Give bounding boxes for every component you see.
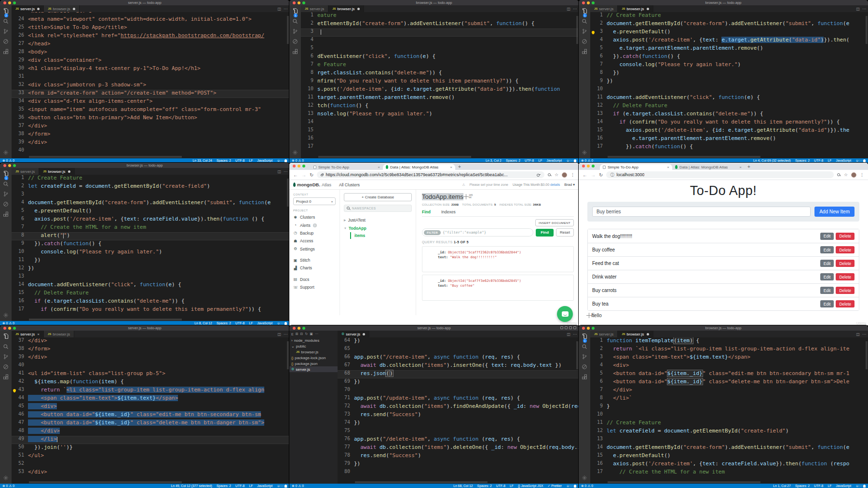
vertical-scrollbar[interactable]	[287, 16, 289, 44]
todo-list-item[interactable]: Buy teaEditDelete	[588, 297, 859, 310]
activity-search-icon[interactable]	[582, 344, 587, 349]
split-editor-icon[interactable]: ◫	[567, 7, 570, 11]
activity-debug-icon[interactable]	[582, 364, 587, 370]
activity-debug-icon[interactable]	[3, 364, 9, 370]
more-actions-icon[interactable]: ⋯	[862, 7, 866, 11]
todo-list-item[interactable]: Feed the catEditDelete	[588, 256, 859, 270]
notifications-bell-icon[interactable]	[285, 485, 287, 488]
sidebar-item-stitch[interactable]: ▣Stitch	[293, 256, 336, 264]
status-segment[interactable]: LF	[249, 321, 253, 325]
activity-source-control-icon[interactable]	[3, 28, 9, 34]
feedback-smiley-icon[interactable]: ☺	[566, 159, 570, 162]
status-segment[interactable]: Spaces: 2	[795, 159, 810, 162]
sidebar-item-alerts[interactable]: ◔Alerts0	[293, 221, 336, 229]
status-segment[interactable]: Ln 4, Col 69 (32 selected)	[753, 159, 791, 162]
bookmark-star-icon[interactable]: ☆	[844, 172, 848, 177]
zoom-window-button[interactable]	[302, 165, 305, 167]
status-segment[interactable]: JavaScript	[546, 159, 562, 162]
find-button[interactable]: Find	[536, 229, 554, 237]
explorer-file-public[interactable]: ⌄public	[289, 343, 338, 349]
code-editor[interactable]: 1function itemTemplate(item) {2 return `…	[590, 337, 868, 484]
explorer-file-package.json[interactable]: {}package.json	[289, 361, 338, 366]
zoom-icon[interactable]	[548, 173, 551, 177]
activity-debug-icon[interactable]	[292, 39, 298, 44]
collection-items[interactable]: items	[350, 232, 412, 239]
profile-avatar[interactable]	[562, 172, 567, 178]
horizontal-scrollbar[interactable]	[608, 156, 760, 158]
project-select[interactable]: Project 0▾	[293, 197, 336, 205]
edit-button[interactable]: Edit	[820, 273, 834, 280]
sidebar-item-charts[interactable]: ▟Charts	[293, 264, 336, 272]
status-segment[interactable]: LF	[510, 484, 514, 488]
feedback-smiley-icon[interactable]: ☺	[855, 484, 859, 488]
close-tab-icon[interactable]: ×	[739, 165, 742, 169]
feedback-smiley-icon[interactable]: ☺	[855, 159, 859, 162]
status-segment[interactable]: Spaces: 2	[217, 321, 231, 325]
status-segment[interactable]: Ln 33, Col 24	[192, 159, 212, 162]
delete-button[interactable]: Delete	[836, 246, 854, 253]
zoom-icon[interactable]	[837, 173, 841, 177]
status-segment[interactable]: JavaScript	[257, 159, 272, 162]
close-tab-icon[interactable]: ×	[667, 165, 669, 169]
feedback-smiley-icon[interactable]: ☺	[277, 159, 280, 162]
reload-icon[interactable]: ↻	[599, 172, 603, 178]
status-segment[interactable]: {} JavaScript JSX	[518, 484, 543, 488]
sidebar-item-clusters[interactable]: ✱Clusters	[293, 213, 336, 221]
filter-input[interactable]: FILTER{"filter":"example"}	[422, 228, 533, 237]
problems-status[interactable]: ⊗ 0 ⚠ 0	[581, 159, 593, 163]
activity-explorer-icon[interactable]: 1	[292, 8, 298, 14]
add-new-item-button[interactable]: Add New Item	[814, 207, 854, 217]
editor-tab-server.js[interactable]: JSserver.js	[301, 5, 328, 12]
split-editor-icon[interactable]: ◫	[277, 332, 281, 336]
more-actions-icon[interactable]: ⋯	[573, 332, 577, 336]
lightbulb-icon[interactable]	[592, 31, 595, 34]
more-actions-icon[interactable]: ⋯	[573, 7, 577, 11]
horizontal-scrollbar[interactable]	[608, 481, 760, 483]
horizontal-scrollbar[interactable]	[29, 319, 182, 321]
close-tab-icon[interactable]: ×	[450, 165, 452, 169]
intercom-chat-button[interactable]	[557, 306, 573, 322]
explorer-file-server.js[interactable]: ⚙server.js	[289, 366, 338, 372]
status-segment[interactable]: UTF-8	[235, 321, 244, 325]
notifications-bell-icon[interactable]	[285, 159, 287, 162]
edit-button[interactable]: Edit	[820, 233, 834, 240]
status-segment[interactable]: Spaces: 2	[795, 484, 810, 488]
code-editor[interactable]: 64})6566app.post("/create-item", async f…	[338, 337, 579, 484]
feedback-smiley-icon[interactable]: ☺	[277, 321, 280, 325]
minimize-window-button[interactable]	[298, 165, 300, 167]
todo-list-item[interactable]: Drink waterEditDelete	[588, 270, 859, 283]
code-editor[interactable]: 23<meta charset="utf-8">24<meta name="vi…	[12, 12, 289, 158]
delete-button[interactable]: Delete	[836, 287, 854, 294]
problems-status[interactable]: ⊗ 0 ⚠ 0	[581, 484, 593, 488]
namespaces-search[interactable]: NAMESPACES	[344, 205, 412, 212]
status-segment[interactable]: LF	[249, 484, 253, 488]
lightbulb-icon[interactable]	[13, 389, 16, 392]
vertical-scrollbar[interactable]	[576, 341, 578, 369]
notifications-bell-icon[interactable]	[574, 159, 576, 162]
status-segment[interactable]: UTF-8	[814, 159, 823, 162]
editor-tab-browser.js[interactable]: JSbrowser.js	[44, 331, 74, 337]
activity-explorer-icon[interactable]: 1	[582, 333, 588, 339]
editor-tab-server.js[interactable]: JSserver.js	[590, 331, 618, 337]
edit-button[interactable]: Edit	[820, 260, 834, 267]
status-segment[interactable]: Ln 1, Col 27	[773, 484, 791, 488]
browser-menu-icon[interactable]: ⋮	[860, 172, 864, 177]
notifications-bell-icon[interactable]	[863, 159, 866, 162]
settings-gear-icon[interactable]	[289, 150, 301, 155]
sidebar-item-docs[interactable]: ▤Docs	[293, 276, 336, 283]
document-card[interactable]: _id: ObjectId("5caf7f2362c07b336bdd2844"…	[422, 246, 574, 272]
code-editor[interactable]: 1// Create Feature2document.getElementBy…	[590, 12, 868, 158]
activity-extensions-icon[interactable]	[582, 374, 587, 380]
activity-debug-icon[interactable]	[582, 39, 587, 44]
browser-menu-icon[interactable]: ⋮	[570, 172, 575, 177]
refresh-icon[interactable]: ↻	[305, 332, 308, 336]
new-tab-button[interactable]: +	[458, 164, 461, 169]
activity-explorer-icon[interactable]	[3, 333, 9, 339]
status-segment[interactable]: UTF-8	[235, 484, 244, 488]
vertical-scrollbar[interactable]	[866, 16, 868, 44]
problems-status[interactable]: ⊗ 0 ⚠ 0	[2, 484, 14, 488]
horizontal-scrollbar[interactable]	[29, 481, 182, 483]
zoom-window-button[interactable]	[592, 165, 595, 167]
minimize-window-button[interactable]	[587, 165, 590, 167]
activity-debug-icon[interactable]	[3, 201, 9, 207]
